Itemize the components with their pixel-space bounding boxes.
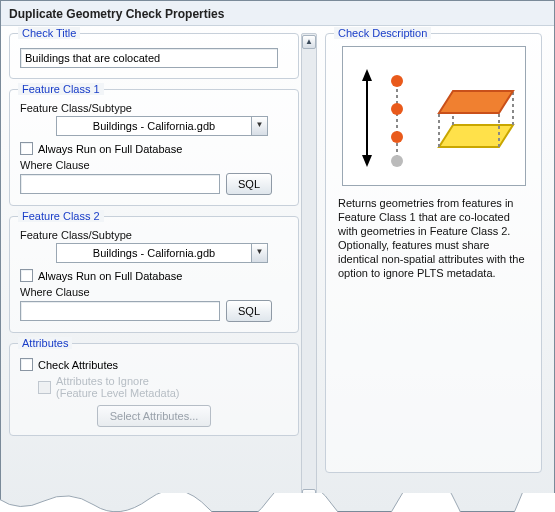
check-attributes-checkbox[interactable]	[20, 358, 33, 371]
legend-fc1: Feature Class 1	[18, 83, 104, 95]
fc2-subtype-value: Buildings - California.gdb	[56, 243, 252, 263]
svg-marker-8	[439, 125, 513, 147]
dialog-title: Duplicate Geometry Check Properties	[1, 1, 554, 26]
left-panel: Check Title Feature Class 1 Feature Clas…	[1, 27, 301, 511]
fc2-always-full-checkbox[interactable]	[20, 269, 33, 282]
scroll-down-icon[interactable]: ▼	[302, 489, 316, 503]
description-illustration	[342, 46, 526, 186]
description-text: Returns geometries from features in Feat…	[336, 196, 531, 280]
group-feature-class-1: Feature Class 1 Feature Class/Subtype Bu…	[9, 89, 299, 206]
vertical-scrollbar-well: ▲ ▼	[301, 27, 317, 511]
group-check-description: Check Description	[325, 33, 542, 473]
group-feature-class-2: Feature Class 2 Feature Class/Subtype Bu…	[9, 216, 299, 333]
svg-marker-1	[362, 69, 372, 81]
scroll-up-icon[interactable]: ▲	[302, 35, 316, 49]
legend-fc2: Feature Class 2	[18, 210, 104, 222]
fc1-subtype-value: Buildings - California.gdb	[56, 116, 252, 136]
fc1-always-full-label: Always Run on Full Database	[38, 143, 182, 155]
legend-check-description: Check Description	[334, 27, 431, 39]
fc2-subtype-label: Feature Class/Subtype	[20, 229, 290, 241]
fc1-sql-button[interactable]: SQL	[226, 173, 272, 195]
group-check-title: Check Title	[9, 33, 299, 79]
select-attributes-button: Select Attributes...	[97, 405, 212, 427]
svg-marker-13	[439, 91, 513, 113]
right-panel: Check Description	[317, 27, 554, 511]
attributes-ignore-label: Attributes to Ignore (Feature Level Meta…	[56, 375, 180, 399]
legend-check-title: Check Title	[18, 27, 80, 39]
fc1-subtype-combo[interactable]: Buildings - California.gdb ▼	[56, 116, 268, 136]
check-attributes-label: Check Attributes	[38, 359, 118, 371]
chevron-down-icon[interactable]: ▼	[252, 243, 268, 263]
group-attributes: Attributes Check Attributes Attributes t…	[9, 343, 299, 436]
svg-marker-2	[362, 155, 372, 167]
fc2-sql-button[interactable]: SQL	[226, 300, 272, 322]
chevron-down-icon[interactable]: ▼	[252, 116, 268, 136]
fc1-subtype-label: Feature Class/Subtype	[20, 102, 290, 114]
svg-point-7	[391, 155, 403, 167]
vertical-scrollbar[interactable]: ▲ ▼	[301, 33, 317, 505]
svg-point-6	[391, 131, 403, 143]
svg-point-4	[391, 75, 403, 87]
svg-point-5	[391, 103, 403, 115]
check-title-input[interactable]	[20, 48, 278, 68]
fc2-where-input[interactable]	[20, 301, 220, 321]
fc2-where-label: Where Clause	[20, 286, 290, 298]
fc2-always-full-label: Always Run on Full Database	[38, 270, 182, 282]
fc1-where-label: Where Clause	[20, 159, 290, 171]
attributes-ignore-checkbox	[38, 381, 51, 394]
fc1-always-full-checkbox[interactable]	[20, 142, 33, 155]
legend-attributes: Attributes	[18, 337, 72, 349]
fc2-subtype-combo[interactable]: Buildings - California.gdb ▼	[56, 243, 268, 263]
dialog-window: Duplicate Geometry Check Properties Chec…	[0, 0, 555, 512]
dialog-body: Check Title Feature Class 1 Feature Clas…	[1, 27, 554, 511]
fc1-where-input[interactable]	[20, 174, 220, 194]
